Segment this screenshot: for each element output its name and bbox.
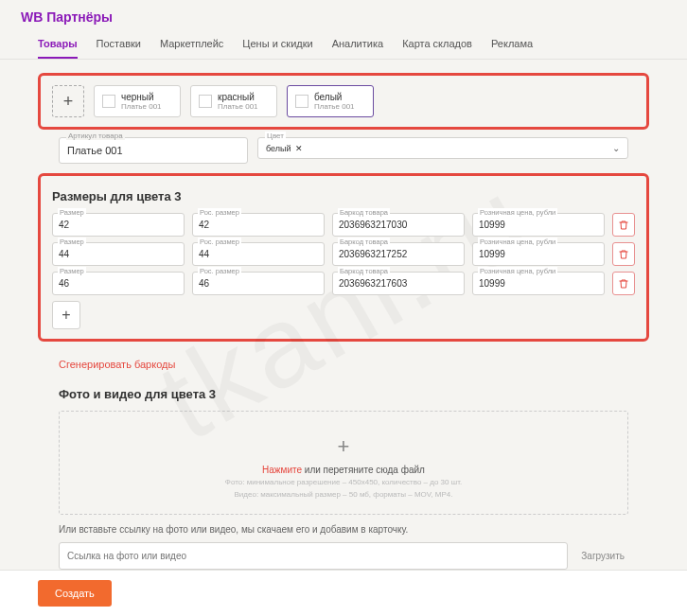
brand-title: WB Партнёры [21,9,666,25]
tab-products[interactable]: Товары [38,30,78,59]
color-field-label: Цвет [265,132,286,140]
sizes-title: Размеры для цвета 3 [52,189,635,203]
article-input[interactable] [59,137,248,164]
create-button[interactable]: Создать [38,580,112,607]
swatch-icon [102,95,115,108]
chevron-down-icon: ⌄ [612,143,620,153]
color-name: черный [121,92,162,102]
color-sub: Платье 001 [121,102,162,111]
color-sub: Платье 001 [314,102,355,111]
add-color-button[interactable]: + [52,85,84,117]
load-url-button[interactable]: Загрузить [577,545,628,567]
color-card-black[interactable]: черный Платье 001 [94,85,181,117]
color-chip-text: белый [266,144,291,153]
tab-prices[interactable]: Цены и скидки [242,30,312,59]
plus-icon: + [69,434,618,459]
delete-size-button[interactable] [612,242,635,266]
color-selector-frame: + черный Платье 001 красный Платье 001 б… [38,73,649,130]
color-card-red[interactable]: красный Платье 001 [190,85,277,117]
sizes-frame: Размеры для цвета 3 РазмерРос. размерБар… [38,173,649,342]
delete-size-button[interactable] [612,272,635,295]
tab-analytics[interactable]: Аналитика [332,30,383,59]
tab-marketplace[interactable]: Маркетплейс [160,30,223,59]
upload-press: Нажмите [262,465,302,475]
color-card-white[interactable]: белый Платье 001 [287,85,374,117]
delete-size-button[interactable] [612,213,635,237]
size-row: РазмерРос. размерБаркод товараРозничная … [52,213,635,237]
chip-remove-icon[interactable]: ✕ [295,144,303,153]
footer-bar: Создать [0,570,687,616]
upload-dropzone[interactable]: + Нажмите или перетяните сюда файл Фото:… [59,411,628,515]
swatch-icon [295,95,308,108]
swatch-icon [199,95,212,108]
add-size-button[interactable]: + [52,301,80,329]
main-tabs: Товары Поставки Маркетплейс Цены и скидк… [0,30,687,60]
size-row: РазмерРос. размерБаркод товараРозничная … [52,272,635,295]
color-sub: Платье 001 [218,102,258,111]
generate-barcodes-button[interactable]: Сгенерировать баркоды [59,359,649,370]
color-select[interactable]: белый ✕ ⌄ [257,137,628,159]
color-name: белый [314,92,355,102]
tab-warehouses[interactable]: Карта складов [402,30,472,59]
upload-hint-1: Фото: минимальное разрешение – 450x450, … [69,478,618,487]
article-label: Артикул товара [66,132,125,140]
tab-supplies[interactable]: Поставки [97,30,141,59]
media-title: Фото и видео для цвета 3 [59,387,649,401]
content-area: + черный Платье 001 красный Платье 001 б… [0,60,687,616]
upload-text: или перетяните сюда файл [302,465,425,475]
upload-hint-2: Видео: максимальный размер – 50 мб, форм… [69,490,618,500]
link-hint-text: Или вставьте ссылку на фото или видео, м… [59,524,628,535]
tab-ads[interactable]: Реклама [491,30,533,59]
size-row: РазмерРос. размерБаркод товараРозничная … [52,242,635,266]
media-url-input[interactable] [59,542,568,570]
color-name: красный [218,92,258,102]
header: WB Партнёры [0,0,687,30]
